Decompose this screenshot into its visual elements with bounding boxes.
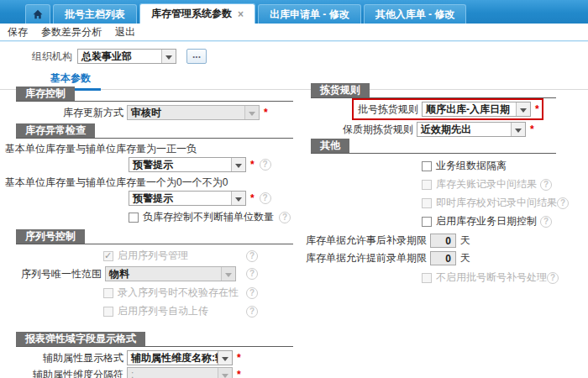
section-inventory-anomaly-check: 库存异常检查: [16, 123, 293, 139]
help-icon[interactable]: ?: [279, 212, 291, 223]
section-title: 其他: [311, 139, 349, 153]
help-icon[interactable]: ?: [557, 197, 569, 209]
select-value: 预警提示: [129, 192, 231, 205]
batch-picking-rule-select[interactable]: 顺序出库-入库日期: [422, 102, 531, 117]
serial-auto-upload-checkbox: [103, 307, 113, 317]
aux-attr-format-select[interactable]: 辅助属性维度名称:辅助属性: [127, 350, 233, 365]
toolbar: 保存 参数差异分析 退出: [0, 24, 588, 41]
neg-stock-no-aux-check-checkbox[interactable]: [129, 213, 139, 223]
home-icon: [32, 8, 44, 20]
checkbox-label: 业务组数据隔离: [436, 159, 507, 173]
section-inventory-control: 库存控制: [16, 87, 293, 102]
chevron-down-icon: [231, 158, 245, 171]
select-value: 预警提示: [129, 158, 231, 171]
checkbox-label: 启用序列号自动上传: [118, 304, 208, 318]
chevron-down-icon: [511, 123, 525, 136]
checkbox-label: 启用序列号管理: [118, 249, 188, 263]
realtime-stock-check-record-checkbox: [422, 198, 432, 208]
batch-picking-rule-label: 批号拣货规则: [358, 102, 418, 117]
tab-outbound-request-edit[interactable]: 出库申请单 - 修改: [258, 4, 361, 24]
select-value: ;: [128, 368, 218, 378]
select-value: 近效期先出: [417, 123, 511, 136]
serial-no-existence-check-checkbox: [103, 288, 113, 298]
required-asterisk: *: [237, 369, 241, 378]
section-other: 其他: [311, 139, 556, 154]
serial-unique-scope-select: 物料: [105, 266, 236, 281]
org-select[interactable]: 总装事业部: [77, 49, 176, 64]
checkbox-label: 录入序列号时不校验存在性: [118, 286, 239, 300]
org-label: 组织机构: [32, 50, 72, 64]
section-title: 拣货规则: [311, 83, 370, 97]
business-group-isolation-checkbox[interactable]: [422, 161, 432, 171]
shelf-life-picking-rule-select[interactable]: 近效期先出: [417, 122, 526, 137]
right-column: 拣货规则 批号拣货规则 顺序出库-入库日期 * 保质期拣货规则 近效期先出 * …: [304, 83, 556, 285]
section-title: 库存异常检查: [16, 123, 95, 138]
save-button[interactable]: 保存: [8, 25, 28, 39]
enable-inventory-biz-date-control-checkbox[interactable]: [422, 217, 432, 227]
close-icon[interactable]: ×: [238, 8, 244, 20]
tab-other-inbound-edit[interactable]: 其他入库单 - 修改: [364, 4, 467, 24]
help-icon[interactable]: ?: [246, 268, 258, 280]
no-batch-gap-fix-checkbox: [422, 273, 432, 283]
select-value: 物料: [106, 267, 221, 281]
section-title: 库存控制: [16, 87, 75, 101]
tab-label: 批号主档列表: [65, 8, 125, 22]
help-icon[interactable]: ?: [246, 306, 258, 318]
param-diff-analysis-button[interactable]: 参数差异分析: [41, 25, 102, 39]
aux-attr-separator-select: ;: [127, 367, 233, 378]
org-browse-button[interactable]: ...: [186, 49, 207, 64]
exit-button[interactable]: 退出: [115, 25, 135, 39]
anomaly-question-1: 基本单位库存量与辅单位库存量为一正一负: [5, 142, 293, 156]
help-icon[interactable]: ?: [547, 272, 559, 284]
days-unit-label: 天: [460, 234, 470, 248]
help-icon[interactable]: ?: [246, 287, 258, 299]
section-serial-number-control: 序列号控制: [16, 229, 293, 244]
early-entry-limit-input: 0: [430, 251, 456, 265]
aux-attr-format-label: 辅助属性显示格式: [4, 351, 123, 365]
stock-update-mode-label: 库存更新方式: [4, 106, 123, 120]
left-column: 库存控制 库存更新方式 审核时 * 库存异常检查 基本单位库存量与辅单位库存量为…: [4, 84, 293, 378]
help-icon[interactable]: ?: [260, 192, 271, 204]
late-entry-limit-label: 库存单据允许事后补录期限: [306, 234, 427, 248]
chevron-down-icon: [221, 267, 235, 281]
anomaly-rule-2-select[interactable]: 预警提示: [129, 191, 246, 206]
section-title: 报表弹性域字段显示格式: [16, 332, 145, 346]
batch-picking-rule-highlight: 批号拣货规则 顺序出库-入库日期 *: [352, 98, 543, 120]
select-value: 辅助属性维度名称:辅助属性: [128, 351, 218, 365]
chevron-down-icon: [244, 106, 259, 119]
anomaly-rule-1-select[interactable]: 预警提示: [129, 157, 246, 172]
early-entry-limit-label: 库存单据允许提前录单期限: [306, 251, 427, 265]
checkbox-label: 即时库存校对记录中间结果: [436, 196, 557, 210]
chevron-down-icon: [516, 102, 530, 116]
help-icon[interactable]: ?: [540, 216, 552, 228]
checkbox-label: 启用库存业务日期控制: [436, 214, 537, 228]
required-asterisk: *: [535, 103, 539, 115]
help-icon[interactable]: ?: [260, 159, 271, 171]
select-value: 审核时: [128, 106, 244, 119]
org-select-value: 总装事业部: [78, 50, 161, 63]
tab-label: 出库申请单 - 修改: [270, 8, 349, 22]
section-report-flex-field-format: 报表弹性域字段显示格式: [16, 332, 293, 347]
required-asterisk: *: [250, 192, 255, 204]
tab-home[interactable]: [25, 4, 50, 24]
chevron-down-icon: [218, 368, 232, 378]
tab-label: 库存管理系统参数: [151, 7, 232, 21]
checkbox-label: 不启用批号断号补号处理: [436, 270, 547, 285]
checkbox-label: 库存关账记录中间结果: [436, 177, 537, 192]
help-icon[interactable]: ?: [246, 250, 258, 262]
serial-unique-scope-label: 序列号唯一性范围: [4, 267, 102, 281]
required-asterisk: *: [264, 107, 268, 118]
inventory-closing-record-checkbox: [422, 180, 432, 190]
tab-label: 其他入库单 - 修改: [375, 8, 455, 22]
tab-batch-master-list[interactable]: 批号主档列表: [53, 4, 137, 24]
help-icon[interactable]: ?: [540, 179, 552, 191]
tab-inventory-system-params[interactable]: 库存管理系统参数 ×: [139, 3, 255, 24]
aux-attr-separator-label: 辅助属性维度分隔符: [4, 368, 123, 378]
days-unit-label: 天: [460, 251, 470, 265]
shelf-life-picking-rule-label: 保质期拣货规则: [304, 123, 413, 137]
required-asterisk: *: [530, 123, 534, 135]
section-picking-rules: 拣货规则: [311, 83, 556, 98]
org-row: 组织机构 总装事业部 ...: [32, 49, 588, 64]
anomaly-question-2: 基本单位库存量与辅单位库存量一个为0一个不为0: [5, 176, 293, 190]
chevron-down-icon: [218, 351, 232, 365]
